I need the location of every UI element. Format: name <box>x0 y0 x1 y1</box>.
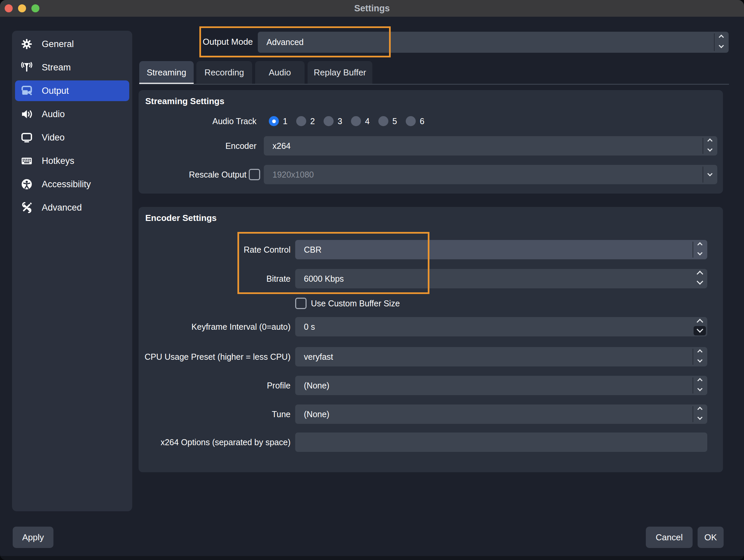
encoder-select[interactable]: x264 <box>264 136 717 156</box>
rate-control-label: Rate Control <box>139 240 291 259</box>
radio-icon <box>296 116 306 126</box>
x264-options-label: x264 Options (separated by space) <box>139 433 291 452</box>
radio-selected-icon <box>269 116 279 126</box>
audio-track-option-2[interactable]: 2 <box>292 116 320 126</box>
chevron-up-icon <box>697 350 703 355</box>
minimize-window-button[interactable] <box>18 4 26 12</box>
sidebar-item-label: Hotkeys <box>42 156 74 166</box>
sidebar-item-accessibility[interactable]: Accessibility <box>15 174 129 195</box>
use-custom-buffer-label: Use Custom Buffer Size <box>311 297 400 309</box>
encoder-spinner[interactable] <box>703 136 717 156</box>
sidebar-item-advanced[interactable]: Advanced <box>15 197 129 218</box>
chevron-down-icon <box>697 278 703 285</box>
keyframe-interval-value: 0 s <box>295 322 315 332</box>
sidebar-item-audio[interactable]: Audio <box>15 104 129 124</box>
antenna-icon <box>21 61 33 74</box>
x264-options-input[interactable] <box>295 433 707 452</box>
audio-track-option-4[interactable]: 4 <box>347 116 374 126</box>
tab-replay-buffer[interactable]: Replay Buffer <box>307 61 372 84</box>
output-display-camera-icon <box>21 84 33 97</box>
settings-sidebar: General Stream Output Audio Video <box>12 31 132 511</box>
tab-audio[interactable]: Audio <box>255 61 304 84</box>
ok-button[interactable]: OK <box>698 527 723 548</box>
profile-label: Profile <box>139 376 291 395</box>
sidebar-item-label: Stream <box>42 63 71 73</box>
encoder-settings-panel: Encoder Settings Rate Control CBR Bitrat… <box>139 207 723 472</box>
cancel-button[interactable]: Cancel <box>646 527 693 548</box>
keyframe-interval-input[interactable]: 0 s <box>295 317 707 336</box>
sidebar-item-output[interactable]: Output <box>15 80 129 101</box>
tools-icon <box>21 201 33 214</box>
output-mode-label: Output Mode <box>203 26 256 57</box>
audio-track-radios: 1 2 3 4 5 6 <box>265 116 429 126</box>
audio-track-option-3[interactable]: 3 <box>320 116 347 126</box>
chevron-down-icon <box>697 414 703 420</box>
chevron-up-icon <box>697 407 703 412</box>
profile-spinner[interactable] <box>693 376 707 395</box>
radio-icon <box>406 116 416 126</box>
encoder-value: x264 <box>264 141 291 151</box>
output-mode-value: Advanced <box>258 37 303 47</box>
tune-spinner[interactable] <box>693 404 707 424</box>
rate-control-value: CBR <box>295 245 322 255</box>
accessibility-icon <box>21 178 33 191</box>
tab-recording[interactable]: Recording <box>196 61 252 84</box>
window-bottom-edge <box>0 556 744 560</box>
chevron-up-icon <box>697 271 703 277</box>
chevron-down-icon <box>707 171 713 176</box>
apply-button[interactable]: Apply <box>13 527 53 548</box>
cpu-preset-spinner[interactable] <box>693 347 707 366</box>
sidebar-item-label: Accessibility <box>42 179 91 190</box>
sidebar-item-label: Advanced <box>42 203 82 213</box>
output-mode-select[interactable]: Advanced <box>258 32 729 53</box>
chevron-down-icon <box>707 146 713 152</box>
sidebar-item-video[interactable]: Video <box>15 127 129 148</box>
keyframe-spinner[interactable] <box>693 317 707 336</box>
rescale-resolution-value: 1920x1080 <box>264 170 314 179</box>
window-title: Settings <box>354 3 390 14</box>
radio-icon <box>324 116 334 126</box>
sidebar-item-label: Video <box>42 132 65 143</box>
sidebar-item-general[interactable]: General <box>15 34 129 54</box>
output-mode-spinner[interactable] <box>714 32 729 53</box>
bitrate-spinner[interactable] <box>693 269 707 288</box>
gear-icon <box>21 38 33 50</box>
settings-window: Settings General Stream Output Audio <box>0 0 744 560</box>
chevron-down-icon <box>697 386 703 391</box>
cpu-preset-select[interactable]: veryfast <box>295 347 707 366</box>
sidebar-item-label: Output <box>42 86 69 96</box>
profile-value: (None) <box>295 381 329 391</box>
cpu-preset-value: veryfast <box>295 352 333 362</box>
zoom-window-button[interactable] <box>31 4 39 12</box>
traffic-lights <box>5 4 39 12</box>
tab-streaming[interactable]: Streaming <box>139 61 194 84</box>
tune-label: Tune <box>139 404 291 424</box>
rescale-output-checkbox[interactable] <box>249 169 260 180</box>
audio-track-option-5[interactable]: 5 <box>374 116 402 126</box>
close-window-button[interactable] <box>5 4 13 12</box>
rate-control-spinner[interactable] <box>693 240 707 259</box>
bitrate-label: Bitrate <box>139 269 291 288</box>
chevron-down-icon <box>697 357 703 362</box>
audio-track-option-1[interactable]: 1 <box>265 116 292 126</box>
chevron-up-icon <box>697 378 703 384</box>
chevron-up-icon <box>719 35 724 40</box>
sidebar-item-hotkeys[interactable]: Hotkeys <box>15 151 129 171</box>
tabs-divider <box>139 84 729 85</box>
rate-control-select[interactable]: CBR <box>295 240 707 259</box>
encoder-label: Encoder <box>139 136 256 156</box>
streaming-settings-panel: Streaming Settings Audio Track 1 2 3 4 5… <box>139 90 723 194</box>
audio-track-option-6[interactable]: 6 <box>402 116 429 126</box>
sidebar-item-stream[interactable]: Stream <box>15 57 129 78</box>
streaming-settings-title: Streaming Settings <box>145 96 224 107</box>
chevron-down-icon <box>719 43 724 48</box>
bitrate-input[interactable]: 6000 Kbps <box>295 269 707 288</box>
radio-icon <box>351 116 361 126</box>
radio-icon <box>378 116 388 126</box>
tune-select[interactable]: (None) <box>295 404 707 424</box>
rescale-resolution-select[interactable]: 1920x1080 <box>264 165 717 184</box>
use-custom-buffer-checkbox[interactable] <box>295 298 306 309</box>
chevron-down-icon <box>697 250 703 255</box>
profile-select[interactable]: (None) <box>295 376 707 395</box>
rescale-spinner[interactable] <box>703 165 717 184</box>
